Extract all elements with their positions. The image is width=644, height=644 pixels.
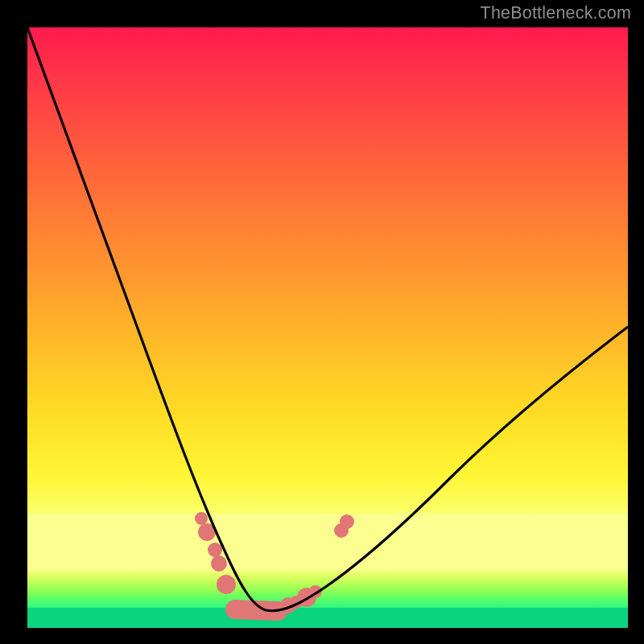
svg-point-3 — [211, 555, 227, 572]
svg-point-4 — [217, 575, 236, 594]
bottleneck-curve — [27, 27, 628, 611]
svg-point-0 — [195, 512, 208, 525]
chart-svg — [27, 27, 628, 628]
svg-point-10 — [340, 514, 354, 529]
watermark-text: TheBottleneck.com — [481, 3, 631, 23]
marker-dots — [195, 512, 354, 613]
svg-point-2 — [208, 543, 222, 557]
chart-frame — [27, 27, 628, 628]
